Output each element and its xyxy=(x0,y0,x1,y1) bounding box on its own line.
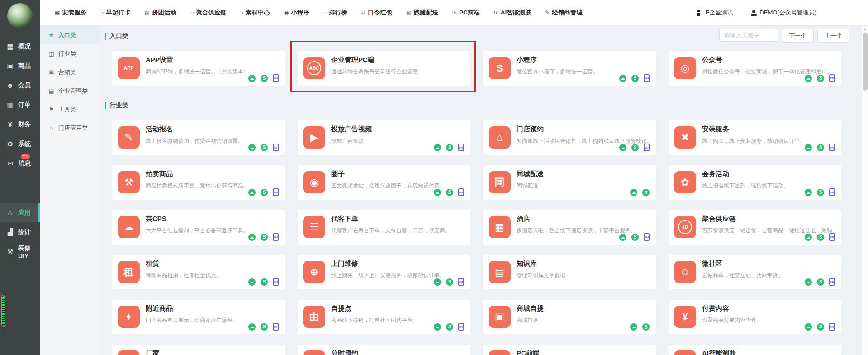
sidebar-item-icon: ⚙ xyxy=(5,140,15,148)
app-card[interactable]: ☺ 微社区 发帖种草，社交互动，活跃带货。 ☁SWAP xyxy=(669,255,841,289)
sidebar-item-label: 财务 xyxy=(18,120,31,129)
app-card[interactable]: JD 聚合供应链 百万货源供应一键进货，自营商品一键推送芸仓，采购 ... ☁S… xyxy=(669,210,841,245)
app-title: AI智能测肤 xyxy=(702,349,736,355)
app-card[interactable]: ⊕ 上门维修 线上购买，线下上门安装服务，核销确认订单。 ☁SWAP xyxy=(298,255,470,289)
search-input[interactable] xyxy=(719,29,778,42)
app-card[interactable]: ⚒ 拍卖商品 商品拍卖模式新零售，竞拍出价获得商品。 ☁SWAP xyxy=(112,165,285,200)
cloud-platform-icon: ☁ xyxy=(619,144,626,151)
topnav-item[interactable]: ⊞ AI智能测肤 xyxy=(494,9,531,17)
app-card[interactable]: ▤ 知识库 管理知识库文章数据 xyxy=(483,255,656,289)
app-card[interactable]: ✖ 安装服务 线上购买，线下安装服务，核销确认订单。 ☁SWAP xyxy=(669,120,841,155)
app-icon: 同 xyxy=(489,171,511,193)
app-card[interactable]: ▣ 商城自提 商城自提 ☁S xyxy=(483,300,656,334)
sidebar-item[interactable]: ∴ 应用 xyxy=(0,203,40,222)
app-card[interactable]: ⌂ 门店预约 多商家线下活动组合销售，线上预约项目线下服务核销。 ☁SWAP xyxy=(483,120,656,155)
topnav-item[interactable]: ○ 聚合供应链 xyxy=(190,9,227,17)
scrollbar-thumb[interactable] xyxy=(863,33,868,91)
topnav-item[interactable]: ▧ 拼团活动 xyxy=(145,9,176,17)
sidebar-item[interactable]: ▥ 订单 xyxy=(0,95,40,115)
app-card[interactable]: ▦ 酒店 多酒店入驻，整合线下酒店资源，丰富平台服务。 ☁SWAP xyxy=(483,210,656,245)
app-card[interactable]: ☁ 芸CPS 六大平台红包福利，平台必备高返佣工具。 ☁SWAP xyxy=(112,210,285,245)
platform-badges: ☁SWAP xyxy=(248,188,279,196)
topnav-item[interactable]: ○ 排行榜 xyxy=(323,9,347,17)
miniprogram-platform-icon: S xyxy=(817,234,824,241)
category-item[interactable]: ⚑ 工具类 xyxy=(40,100,100,119)
app-icon: ⊕ xyxy=(303,261,325,283)
app-card[interactable]: ▢ PC前端 xyxy=(483,345,656,355)
app-icon: 由 xyxy=(303,306,325,328)
app-card[interactable]: ✎ 活动报名 线上报名缴纳费用，付费金额营销设置。 ☁SWAP xyxy=(112,120,285,155)
app-card[interactable]: ☰ 代客下单 代替客户在后台下单，支持自营，门店，供应商。 xyxy=(298,210,470,245)
platform-badges: ☁SWAP xyxy=(248,323,279,331)
sidebar-item[interactable]: ⚙ 系统 xyxy=(0,134,40,154)
scroll-up-arrow[interactable]: ▲ xyxy=(862,26,868,32)
app-card[interactable]: ✿ 会务活动 线上报名线下签到，链接线下活动。 ☁SWAP xyxy=(669,165,841,200)
app-card[interactable]: ◎ 公众号 对接微信公众号，链接商城，便于一体化管理和推广。 ☁SWAP xyxy=(669,51,841,86)
sidebar-item-label: 应用 xyxy=(18,209,31,217)
app-icon: ✿ xyxy=(674,171,696,193)
category-item[interactable]: ★ 入口类 xyxy=(40,26,100,44)
app-icon: ⌖ xyxy=(118,306,140,328)
app-card[interactable]: ¥ 付费内容 设置商品付费内容查看 ☁SWAP xyxy=(669,300,841,334)
cloud-platform-icon: ☁ xyxy=(248,75,256,82)
platform-badges: ☁SWAP xyxy=(248,74,279,82)
topnav-item[interactable]: ▦ 安装服务 xyxy=(55,9,86,17)
app-card[interactable]: ▶ 投放广告视频 投放广告视频 ☁SWAP xyxy=(298,120,470,155)
category-item[interactable]: ⌂ 门店应用类 xyxy=(40,119,100,137)
category-item[interactable]: ◫ 行业类 xyxy=(40,44,100,63)
sidebar-item[interactable]: ▣ 商品 xyxy=(0,56,40,76)
topnav-item[interactable]: ⊞ PC前端 xyxy=(452,9,480,17)
cloud-platform-icon: ☁ xyxy=(248,144,256,151)
app-card[interactable]: 厂 厂家 xyxy=(112,345,285,355)
topnav-item[interactable]: ▧ 跑腿配送 xyxy=(406,9,438,17)
app-card[interactable]: ⌖ 附近商品 门店商品首页展示，帮商家推广爆品。 ☁SWAP xyxy=(112,300,285,334)
app-card[interactable]: ☻ AI智能测肤 xyxy=(669,345,841,355)
app-card[interactable]: ABC 企业管理PC端 通过前端会员账号登录进行企业管理 xyxy=(298,51,470,86)
avatar[interactable] xyxy=(7,3,33,29)
app-card[interactable]: ◉ 圈子 图文视频发帖，搭建兴趣圈子，实现知识付费。 ☁SWAP xyxy=(298,165,470,200)
cloud-platform-icon: ☁ xyxy=(248,323,256,331)
wap-platform-icon: WAP xyxy=(458,188,464,196)
app-card[interactable]: 同 同城配送 同城配送 ☁S xyxy=(483,165,656,200)
next-button[interactable]: 下一个 xyxy=(782,29,814,43)
wap-platform-icon: WAP xyxy=(273,233,279,241)
sidebar-item[interactable]: ¥ 财务 xyxy=(0,115,40,134)
workspace-switcher[interactable]: E企盈测试 xyxy=(697,9,733,17)
topnav-item[interactable]: ○ 早起打卡 xyxy=(100,9,130,17)
cloud-platform-icon: ☁ xyxy=(248,189,256,196)
platform-badges: ☁SWAP xyxy=(619,233,650,241)
sidebar-item[interactable]: ▟ 统计 xyxy=(0,222,40,242)
app-card[interactable]: 由 自提点 商品线下核销，打造社区团购平台。 ☁SWAP xyxy=(298,300,470,334)
category-item[interactable]: ▤ 企业管理类 xyxy=(40,82,100,100)
sections-container: 入口类 APP APP设置 商城APP端，多端统一运营。（封装版本） ☁SWAP… xyxy=(105,32,862,355)
wap-platform-icon: WAP xyxy=(273,144,279,151)
sidebar-item[interactable]: ☻ 会员 xyxy=(0,76,40,95)
user-menu[interactable]: DEMO(公众号管理员) xyxy=(751,9,816,17)
topnav-item[interactable]: ⇄ 口令红包 xyxy=(361,9,392,17)
platform-badges: ☁SWAP xyxy=(805,323,835,331)
app-card[interactable]: ◔ 分时预约 xyxy=(298,345,470,355)
sidebar-item-icon: ▣ xyxy=(5,62,15,70)
category-item-label: 企业管理类 xyxy=(58,87,88,95)
sidebar-item[interactable]: ▦ 概况 xyxy=(0,37,40,56)
sidebar-item[interactable]: ✉ 消息 ··· xyxy=(0,154,40,173)
sidebar-item-icon: ▦ xyxy=(5,43,15,51)
category-item-icon: ★ xyxy=(47,32,55,38)
topnav-item[interactable]: ♪ 素材中心 xyxy=(241,9,270,17)
workspace-grid-icon xyxy=(697,10,703,16)
category-item[interactable]: ▣ 营销类 xyxy=(40,63,100,82)
sidebar-item-icon: ⚒ xyxy=(5,248,15,256)
cloud-platform-icon: ☁ xyxy=(619,234,626,241)
app-card[interactable]: APP APP设置 商城APP端，多端统一运营。（封装版本） ☁SWAP xyxy=(112,51,285,86)
platform-badges: ☁SWAP xyxy=(805,74,835,82)
app-card[interactable]: S 小程序 微信官方小程序，多端统一运营。 ☁SWAP xyxy=(483,51,656,86)
wap-platform-icon: WAP xyxy=(458,278,464,286)
topnav-item[interactable]: ✎ 经销商管理 xyxy=(545,9,583,17)
app-icon: ¥ xyxy=(674,306,696,328)
platform-badges: ☁SWAP xyxy=(619,144,650,151)
cloud-platform-icon: ☁ xyxy=(630,323,637,331)
app-card[interactable]: 租 租赁 特殊商品租用，租期租金优惠。 ☁SWAP xyxy=(112,255,285,289)
prev-button[interactable]: 上一个 xyxy=(817,29,849,43)
topnav-item[interactable]: ◉ 小程序 xyxy=(284,9,309,17)
sidebar-item[interactable]: ⚒ 装修DIY xyxy=(0,242,40,261)
